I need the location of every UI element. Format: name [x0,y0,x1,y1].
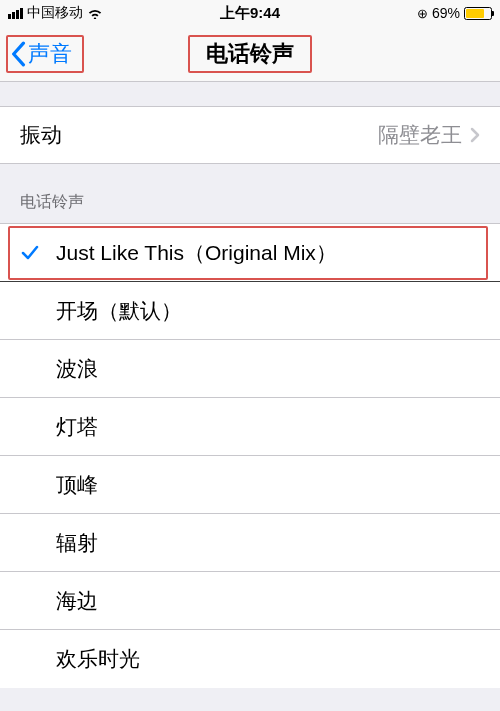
ringtone-row[interactable]: 开场（默认） [0,282,500,340]
wifi-icon [87,7,103,19]
chevron-left-icon [10,41,26,67]
chevron-right-icon [470,127,480,143]
ringtone-label: 海边 [56,587,98,615]
ringtone-row[interactable]: 海边 [0,572,500,630]
ringtone-row[interactable]: 波浪 [0,340,500,398]
status-right: ⊕ 69% [417,5,492,21]
back-button[interactable]: 声音 [6,35,84,73]
vibration-row[interactable]: 振动 隔壁老王 [0,106,500,164]
orientation-lock-icon: ⊕ [417,6,428,21]
ringtone-row[interactable]: 灯塔 [0,398,500,456]
ringtone-label: 欢乐时光 [56,645,140,673]
vibration-value: 隔壁老王 [378,121,462,149]
back-label: 声音 [28,39,72,69]
signal-icon [8,8,23,19]
page-title: 电话铃声 [188,35,312,73]
ringtone-row[interactable]: 顶峰 [0,456,500,514]
ringtone-label: 灯塔 [56,413,98,441]
ringtone-row[interactable]: 辐射 [0,514,500,572]
status-left: 中国移动 [8,4,103,22]
ringtone-row[interactable]: 欢乐时光 [0,630,500,688]
selected-ringtone-wrap: Just Like This（Original Mix） [0,224,500,282]
vibration-label: 振动 [20,121,62,149]
checkmark-icon [20,243,40,263]
ringtone-row-selected[interactable]: Just Like This（Original Mix） [0,224,500,282]
vibration-value-wrap: 隔壁老王 [378,121,480,149]
carrier-label: 中国移动 [27,4,83,22]
check-col [20,243,56,263]
section-header: 电话铃声 [0,164,500,223]
ringtone-label: Just Like This（Original Mix） [56,239,337,267]
ringtone-label: 开场（默认） [56,297,182,325]
ringtone-list: Just Like This（Original Mix） 开场（默认） 波浪 灯… [0,223,500,688]
ringtone-label: 顶峰 [56,471,98,499]
clock-label: 上午9:44 [220,4,280,23]
battery-icon [464,7,492,20]
ringtone-label: 波浪 [56,355,98,383]
ringtone-label: 辐射 [56,529,98,557]
battery-pct-label: 69% [432,5,460,21]
nav-title-wrap: 电话铃声 [188,35,312,73]
status-bar: 中国移动 上午9:44 ⊕ 69% [0,0,500,26]
nav-bar: 声音 电话铃声 [0,26,500,82]
